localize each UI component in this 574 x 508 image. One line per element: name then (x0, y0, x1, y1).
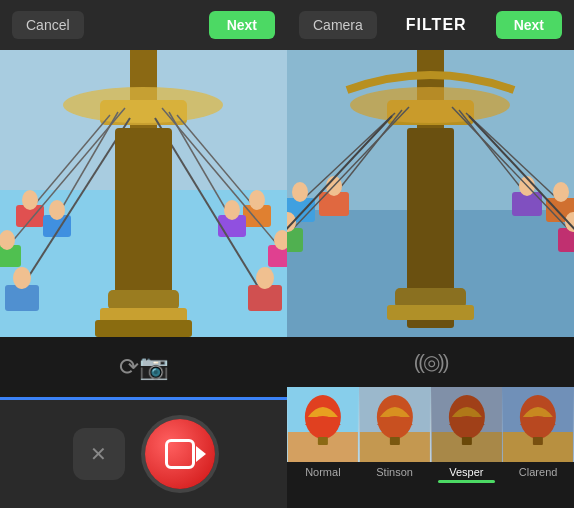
right-controls: ((◎)) (287, 337, 574, 387)
left-next-button[interactable]: Next (209, 11, 275, 39)
carousel-photo-left (0, 50, 287, 337)
right-next-button[interactable]: Next (496, 11, 562, 39)
filter-active-indicator (438, 480, 495, 483)
right-image (287, 50, 574, 337)
svg-point-10 (49, 200, 65, 220)
svg-point-7 (22, 190, 38, 210)
right-panel: Camera FILTER Next (287, 0, 574, 508)
filter-label-normal: Normal (287, 462, 359, 480)
svg-point-49 (553, 182, 569, 202)
svg-point-40 (292, 182, 308, 202)
svg-rect-30 (108, 290, 179, 310)
cancel-button[interactable]: Cancel (12, 11, 84, 39)
filter-item-clarendon[interactable]: Clarend (502, 387, 574, 508)
right-header: Camera FILTER Next (287, 0, 574, 50)
filter-strip: Normal Stinson (287, 387, 574, 508)
filter-thumb-clarendon (502, 387, 574, 462)
left-controls: ⟳📷 (0, 337, 287, 397)
svg-rect-80 (533, 437, 543, 445)
filter-thumb-vesper (431, 387, 503, 462)
svg-rect-32 (95, 320, 192, 337)
left-bottom-controls: ✕ (0, 400, 287, 508)
filter-item-normal[interactable]: Normal (287, 387, 359, 508)
record-button[interactable] (145, 419, 215, 489)
filter-thumb-stinson (359, 387, 431, 462)
rotate-icon: ⟳📷 (119, 353, 169, 381)
svg-point-16 (249, 190, 265, 210)
svg-point-37 (350, 87, 510, 123)
svg-point-19 (224, 200, 240, 220)
record-icon (165, 439, 195, 469)
svg-rect-64 (387, 305, 474, 320)
svg-rect-76 (461, 437, 471, 445)
left-panel: Cancel Next (0, 0, 287, 508)
filter-label-vesper: Vesper (431, 462, 503, 480)
svg-rect-72 (390, 437, 400, 445)
filter-thumb-normal (287, 387, 359, 462)
svg-rect-68 (318, 437, 328, 445)
delete-button[interactable]: ✕ (73, 428, 125, 480)
filter-camera-icon: ((◎)) (414, 350, 448, 374)
svg-point-25 (13, 267, 31, 289)
camera-button[interactable]: Camera (299, 11, 377, 39)
left-header: Cancel Next (0, 0, 287, 50)
filter-label-clarendon: Clarend (502, 462, 574, 480)
filter-title: FILTER (406, 16, 467, 34)
filter-item-vesper[interactable]: Vesper (431, 387, 503, 508)
x-icon: ✕ (90, 442, 107, 466)
filter-item-stinson[interactable]: Stinson (359, 387, 431, 508)
carousel-photo-right (287, 50, 574, 337)
svg-point-28 (256, 267, 274, 289)
filter-label-stinson: Stinson (359, 462, 431, 480)
left-image (0, 50, 287, 337)
svg-point-4 (63, 87, 223, 123)
